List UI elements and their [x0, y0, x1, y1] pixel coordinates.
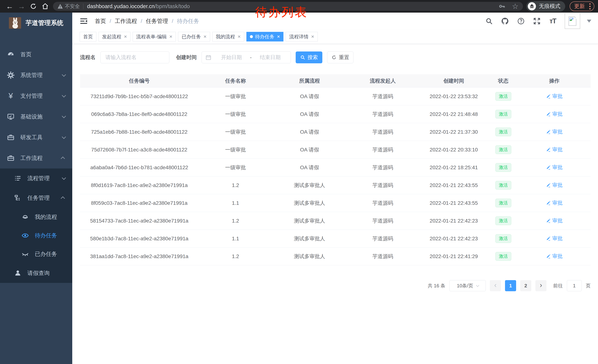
- browser-update-button[interactable]: 更新: [570, 1, 594, 11]
- page-button-1[interactable]: 1: [505, 280, 516, 291]
- sidebar-item-payment-mgmt[interactable]: ¥ 支付管理: [0, 86, 72, 106]
- search-button[interactable]: 搜索: [296, 51, 322, 63]
- browser-menu-kebab-icon[interactable]: [589, 3, 591, 10]
- status-badge: 激活: [495, 252, 511, 261]
- goto-label: 前往: [553, 283, 563, 289]
- close-icon[interactable]: [277, 34, 280, 39]
- tag-tab-process-detail[interactable]: 流程详情: [286, 32, 317, 41]
- goto-page-input[interactable]: [567, 280, 582, 291]
- address-bar[interactable]: 不安全 dashboard.yudao.iocoder.cn /bpm/task…: [53, 2, 523, 11]
- browser-forward-button[interactable]: →: [16, 1, 27, 11]
- process-name-input[interactable]: [100, 51, 169, 63]
- github-icon[interactable]: [501, 17, 509, 25]
- sidebar-item-dev-tools[interactable]: 研发工具: [0, 127, 72, 148]
- sidebar-collapse-icon[interactable]: [80, 17, 88, 25]
- next-page-button[interactable]: ›: [535, 280, 547, 291]
- page-button-2[interactable]: 2: [520, 280, 531, 291]
- reset-button[interactable]: 重置: [327, 51, 353, 63]
- date-range-picker[interactable]: 开始日期 - 结束日期: [201, 51, 291, 63]
- process-name-label: 流程名: [80, 54, 96, 61]
- bookmark-star-icon[interactable]: ☆: [512, 3, 519, 10]
- sidebar-item-leave-query[interactable]: 请假查询: [0, 263, 72, 283]
- approve-button[interactable]: 审批: [546, 111, 563, 118]
- close-icon[interactable]: [203, 34, 206, 39]
- browser-home-button[interactable]: [39, 1, 51, 11]
- approve-button[interactable]: 审批: [546, 146, 563, 153]
- prev-page-button[interactable]: ‹: [490, 280, 501, 291]
- security-label[interactable]: 不安全: [65, 3, 80, 10]
- list-icon: [14, 175, 22, 182]
- status-badge: 激活: [495, 110, 511, 119]
- tag-tab-start-process[interactable]: 发起流程: [99, 32, 130, 41]
- tag-tab-done-tasks[interactable]: 已办任务: [178, 32, 210, 41]
- logo-rabbit-image: [9, 17, 21, 29]
- end-date-placeholder[interactable]: 结束日期: [254, 54, 287, 61]
- approve-button[interactable]: 审批: [546, 253, 563, 260]
- help-icon[interactable]: [517, 17, 525, 25]
- sidebar-item-workflow[interactable]: 工作流程: [0, 148, 72, 169]
- app-logo[interactable]: 芋道管理系统: [0, 13, 72, 33]
- status-badge: 激活: [495, 145, 511, 154]
- edit-pencil-icon: [546, 218, 551, 223]
- browser-back-button[interactable]: ←: [4, 1, 16, 11]
- tag-tab-my-process[interactable]: 我的流程: [212, 32, 244, 41]
- browser-reload-button[interactable]: [27, 1, 39, 11]
- table-row: a6aba0a4-7b6d-11ec-b781-acde48001122 一级审…: [80, 159, 590, 177]
- sidebar-item-todo-tasks[interactable]: 待办任务: [0, 226, 72, 245]
- status-badge: 激活: [495, 92, 511, 101]
- close-icon[interactable]: [311, 34, 314, 39]
- breadcrumb-workflow[interactable]: 工作流程: [115, 17, 137, 25]
- sidebar-item-task-mgmt[interactable]: 任务管理: [0, 188, 72, 208]
- sidebar: 芋道管理系统 首页 系统管理: [0, 13, 72, 364]
- font-size-icon[interactable]: тT: [549, 17, 557, 25]
- goto-suffix: 页: [586, 283, 590, 289]
- fullscreen-icon[interactable]: [533, 17, 541, 25]
- approve-button[interactable]: 审批: [546, 182, 563, 189]
- sidebar-item-done-tasks[interactable]: 已办任务: [0, 245, 72, 263]
- approve-button[interactable]: 审批: [546, 93, 563, 100]
- sidebar-item-infrastructure[interactable]: 基础设施: [0, 106, 72, 127]
- sidebar-item-home[interactable]: 首页: [0, 44, 72, 65]
- page-content: 流程名 创建时间 开始日期 - 结束日期: [72, 51, 598, 291]
- monitor-icon: [7, 113, 15, 120]
- password-key-icon[interactable]: [498, 3, 506, 10]
- status-badge: 激活: [495, 128, 511, 136]
- edit-pencil-icon: [546, 129, 551, 134]
- close-icon[interactable]: [238, 34, 241, 39]
- edit-pencil-icon: [546, 254, 551, 259]
- start-date-placeholder[interactable]: 开始日期: [215, 54, 248, 61]
- approve-button[interactable]: 审批: [546, 128, 563, 135]
- table-header-row: 任务编号 任务名称 所属流程 流程发起人 创建时间 状态 操作: [80, 74, 590, 88]
- close-icon[interactable]: [124, 34, 127, 39]
- status-badge: 激活: [495, 217, 511, 225]
- sidebar-item-system-mgmt[interactable]: 系统管理: [0, 65, 72, 86]
- sidebar-item-my-process[interactable]: 我的流程: [0, 208, 72, 226]
- tags-view-bar: 首页 发起流程 流程表单-编辑 已办任务 我的流程 待办任务 流程详情: [72, 30, 598, 44]
- tag-tab-form-edit[interactable]: 流程表单-编辑: [133, 32, 176, 41]
- approve-button[interactable]: 审批: [546, 164, 563, 171]
- url-host[interactable]: dashboard.yudao.iocoder.cn: [87, 3, 155, 9]
- avatar[interactable]: [565, 13, 580, 29]
- pagination: 共 16 条 10条/页 ‹ 1 2 › 前往 页: [80, 280, 590, 291]
- table-row: 8f059c03-7ac8-11ec-a9e2-a2380e71991a 1.1…: [80, 194, 590, 212]
- status-badge: 激活: [495, 181, 511, 190]
- edit-pencil-icon: [546, 147, 551, 152]
- approve-button[interactable]: 审批: [546, 235, 563, 242]
- url-path[interactable]: /bpm/task/todo: [155, 3, 190, 9]
- edit-pencil-icon: [546, 183, 551, 187]
- breadcrumb-task-mgmt[interactable]: 任务管理: [146, 17, 168, 25]
- status-badge: 激活: [495, 234, 511, 243]
- sidebar-item-process-mgmt[interactable]: 流程管理: [0, 169, 72, 188]
- breadcrumb-home[interactable]: 首页: [95, 17, 106, 25]
- tag-tab-home[interactable]: 首页: [80, 32, 96, 41]
- page-size-select[interactable]: 10条/页: [449, 280, 486, 291]
- approve-button[interactable]: 审批: [546, 217, 563, 224]
- calendar-icon: [206, 54, 211, 60]
- close-icon[interactable]: [169, 34, 172, 39]
- approve-button[interactable]: 审批: [546, 199, 563, 206]
- table-row: 725a1eb6-7b88-11ec-8ef0-acde48001122 一级审…: [80, 123, 590, 141]
- chevron-down-icon: [476, 284, 479, 287]
- tag-tab-todo-tasks[interactable]: 待办任务: [246, 32, 283, 41]
- search-icon[interactable]: [485, 17, 493, 25]
- avatar-dropdown-caret-icon[interactable]: [587, 20, 591, 23]
